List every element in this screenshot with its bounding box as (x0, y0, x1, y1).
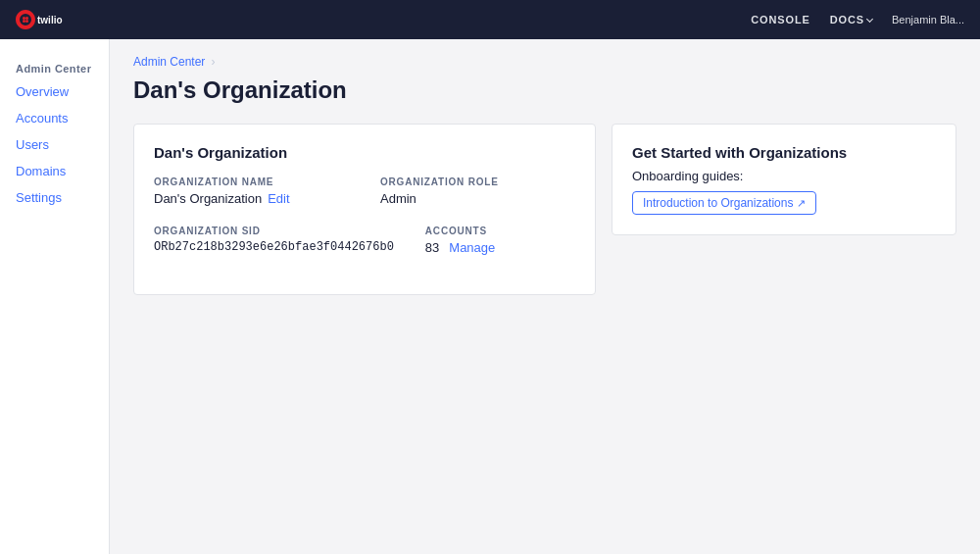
breadcrumb: Admin Center › (133, 55, 956, 69)
accounts-label: ACCOUNTS (425, 226, 575, 236)
accounts-col: ACCOUNTS 83 Manage (425, 226, 575, 255)
org-name-edit-link[interactable]: Edit (268, 191, 289, 206)
org-name-col: ORGANIZATION NAME Dan's Organization Edi… (154, 176, 349, 206)
user-menu-button[interactable]: Benjamin Bla... (892, 14, 964, 25)
accounts-count: 83 (425, 240, 439, 255)
sidebar-item-accounts[interactable]: Accounts (0, 105, 109, 131)
accounts-manage-link[interactable]: Manage (449, 240, 495, 255)
org-sid-col: ORGANIZATION SID ORb27c218b3293e6e26bfae… (154, 226, 394, 255)
breadcrumb-separator: › (211, 55, 215, 69)
sidebar: Admin Center Overview Accounts Users Dom… (0, 39, 110, 554)
docs-link[interactable]: DOCS (830, 14, 872, 25)
topnav-left: twilio (16, 10, 74, 29)
main-content: Admin Center › Dan's Organization Dan's … (110, 39, 980, 554)
org-name-value: Dan's Organization (154, 191, 262, 206)
org-sid-value: ORb27c218b3293e6e26bfae3f0442676b0 (154, 240, 394, 254)
sidebar-item-domains[interactable]: Domains (0, 158, 109, 184)
top-nav: twilio CONSOLE DOCS Benjamin Bla... (0, 0, 980, 39)
org-card: Dan's Organization ORGANIZATION NAME Dan… (133, 124, 596, 295)
sidebar-section-label: Admin Center (0, 55, 109, 78)
org-role-label: ORGANIZATION ROLE (380, 176, 575, 187)
twilio-logo[interactable]: twilio (16, 10, 74, 29)
org-name-value-row: Dan's Organization Edit (154, 191, 349, 206)
sidebar-item-overview[interactable]: Overview (0, 78, 109, 105)
org-role-value: Admin (380, 191, 575, 206)
cards-row: Dan's Organization ORGANIZATION NAME Dan… (133, 124, 956, 295)
onboarding-label: Onboarding guides: (632, 169, 936, 183)
org-fields-bottom: ORGANIZATION SID ORb27c218b3293e6e26bfae… (154, 226, 575, 255)
external-link-icon: ↗ (797, 197, 806, 210)
console-link[interactable]: CONSOLE (751, 14, 810, 25)
intro-link-label: Introduction to Organizations (643, 196, 793, 210)
org-role-col: ORGANIZATION ROLE Admin (380, 176, 575, 206)
page-title: Dan's Organization (133, 76, 956, 104)
org-sid-label: ORGANIZATION SID (154, 226, 394, 236)
breadcrumb-root[interactable]: Admin Center (133, 55, 205, 69)
app-layout: Admin Center Overview Accounts Users Dom… (0, 39, 980, 554)
org-fields-top: ORGANIZATION NAME Dan's Organization Edi… (154, 176, 575, 206)
svg-text:twilio: twilio (37, 15, 63, 25)
get-started-title: Get Started with Organizations (632, 144, 936, 161)
sidebar-item-settings[interactable]: Settings (0, 184, 109, 211)
intro-link-button[interactable]: Introduction to Organizations ↗ (632, 191, 816, 215)
accounts-value-row: 83 Manage (425, 240, 575, 255)
org-name-label: ORGANIZATION NAME (154, 176, 349, 187)
topnav-right: CONSOLE DOCS Benjamin Bla... (751, 14, 964, 25)
sidebar-item-users[interactable]: Users (0, 131, 109, 158)
docs-chevron-icon (866, 15, 873, 22)
get-started-card: Get Started with Organizations Onboardin… (612, 124, 956, 235)
org-card-title: Dan's Organization (154, 144, 575, 161)
